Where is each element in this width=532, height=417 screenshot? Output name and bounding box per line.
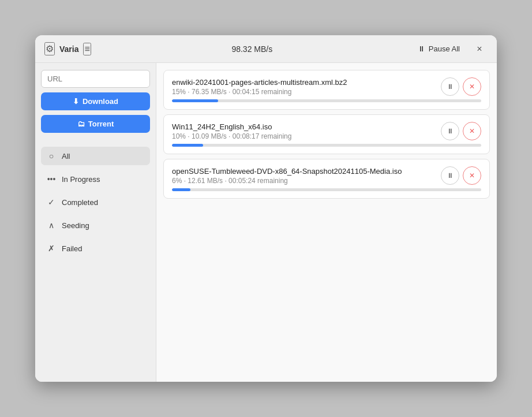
- download-meta: 6% · 12.61 MB/s · 00:05:24 remaining: [172, 177, 434, 185]
- download-filename: Win11_24H2_English_x64.iso: [172, 122, 434, 131]
- download-actions: ⏸ ✕: [441, 166, 481, 185]
- download-item: enwiki-20241001-pages-articles-multistre…: [163, 70, 490, 110]
- all-icon: ○: [47, 151, 56, 161]
- progress-bar-bg: [172, 144, 481, 147]
- download-meta: 15% · 76.35 MB/s · 00:04:15 remaining: [172, 88, 434, 96]
- sidebar: ⬇ Download 🗂 Torrent ○ All ••• In Progre…: [35, 63, 156, 382]
- pause-download-button[interactable]: ⏸: [441, 77, 459, 96]
- torrent-button[interactable]: 🗂 Torrent: [41, 115, 150, 133]
- completed-icon: ✓: [47, 198, 56, 207]
- progress-bar-fill: [172, 144, 203, 147]
- url-input[interactable]: [41, 70, 150, 88]
- download-item-info: Win11_24H2_English_x64.iso 10% · 10.09 M…: [172, 122, 434, 140]
- download-item-header: Win11_24H2_English_x64.iso 10% · 10.09 M…: [172, 122, 481, 140]
- menu-button[interactable]: ≡: [83, 43, 91, 55]
- close-button[interactable]: ×: [471, 41, 488, 57]
- downloads-area: enwiki-20241001-pages-articles-multistre…: [156, 63, 497, 382]
- torrent-button-label: Torrent: [88, 120, 114, 128]
- pause-all-icon: ⏸: [418, 44, 425, 53]
- remove-download-button[interactable]: ✕: [463, 166, 481, 185]
- sidebar-item-completed[interactable]: ✓ Completed: [41, 193, 150, 211]
- download-item: Win11_24H2_English_x64.iso 10% · 10.09 M…: [163, 114, 490, 154]
- in-progress-icon: •••: [47, 174, 56, 184]
- download-item-header: openSUSE-Tumbleweed-DVD-x86_64-Snapshot2…: [172, 166, 481, 185]
- progress-bar-bg: [172, 99, 481, 102]
- seeding-icon: ∧: [47, 221, 56, 230]
- progress-bar-bg: [172, 188, 481, 191]
- speed-display: 98.32 MB/s: [91, 44, 413, 54]
- sidebar-item-seeding[interactable]: ∧ Seeding: [41, 216, 150, 234]
- download-item-info: openSUSE-Tumbleweed-DVD-x86_64-Snapshot2…: [172, 167, 434, 185]
- sidebar-item-in-progress-label: In Progress: [62, 175, 100, 184]
- titlebar-right: ⏸ Pause All ×: [413, 41, 488, 57]
- download-filename: openSUSE-Tumbleweed-DVD-x86_64-Snapshot2…: [172, 167, 434, 176]
- app-window: ⚙ Varia ≡ 98.32 MB/s ⏸ Pause All × ⬇ Dow…: [35, 35, 497, 382]
- titlebar-left: ⚙ Varia ≡: [44, 42, 91, 55]
- pause-all-button[interactable]: ⏸ Pause All: [413, 42, 464, 55]
- sidebar-item-all[interactable]: ○ All: [41, 147, 150, 165]
- download-item-header: enwiki-20241001-pages-articles-multistre…: [172, 77, 481, 96]
- download-arrow-icon: ⬇: [73, 97, 79, 106]
- download-button-label: Download: [83, 97, 118, 106]
- sidebar-item-all-label: All: [62, 152, 70, 161]
- speed-value: 98.32 MB/s: [231, 44, 272, 54]
- download-actions: ⏸ ✕: [441, 77, 481, 96]
- download-item: openSUSE-Tumbleweed-DVD-x86_64-Snapshot2…: [163, 159, 490, 199]
- sidebar-item-failed[interactable]: ✗ Failed: [41, 239, 150, 258]
- remove-download-button[interactable]: ✕: [463, 77, 481, 96]
- sidebar-item-in-progress[interactable]: ••• In Progress: [41, 170, 150, 188]
- sidebar-item-failed-label: Failed: [62, 244, 82, 253]
- gear-button[interactable]: ⚙: [44, 42, 55, 55]
- pause-download-button[interactable]: ⏸: [441, 122, 459, 140]
- download-button[interactable]: ⬇ Download: [41, 92, 150, 110]
- pause-download-button[interactable]: ⏸: [441, 166, 459, 185]
- download-filename: enwiki-20241001-pages-articles-multistre…: [172, 78, 434, 87]
- failed-icon: ✗: [47, 244, 56, 253]
- download-actions: ⏸ ✕: [441, 122, 481, 140]
- main-content: ⬇ Download 🗂 Torrent ○ All ••• In Progre…: [35, 63, 497, 382]
- pause-all-label: Pause All: [429, 44, 460, 53]
- titlebar: ⚙ Varia ≡ 98.32 MB/s ⏸ Pause All ×: [35, 35, 497, 63]
- remove-download-button[interactable]: ✕: [463, 122, 481, 140]
- sidebar-item-completed-label: Completed: [62, 198, 98, 207]
- app-title: Varia: [59, 44, 78, 54]
- download-item-info: enwiki-20241001-pages-articles-multistre…: [172, 78, 434, 96]
- sidebar-item-seeding-label: Seeding: [62, 221, 89, 230]
- progress-bar-fill: [172, 188, 190, 191]
- download-meta: 10% · 10.09 MB/s · 00:08:17 remaining: [172, 132, 434, 140]
- torrent-icon: 🗂: [77, 120, 85, 128]
- progress-bar-fill: [172, 99, 218, 102]
